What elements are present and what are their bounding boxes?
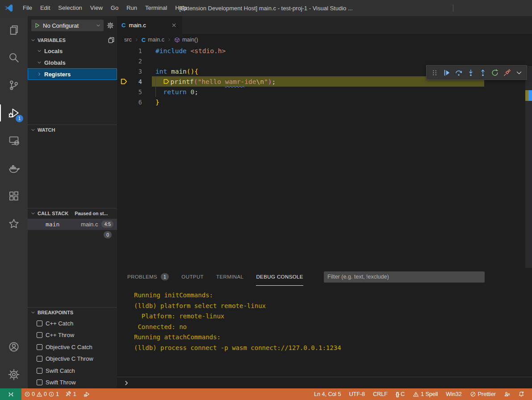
- console-filter-input[interactable]: [324, 271, 485, 283]
- debug-console-output[interactable]: Running initCommands:(lldb) platform sel…: [117, 286, 532, 377]
- call-stack-section-header[interactable]: CALL STACK Paused on st...: [28, 208, 117, 218]
- checkbox[interactable]: [37, 356, 42, 362]
- panel-tab-output[interactable]: OUTPUT: [181, 268, 204, 286]
- status-language-mode[interactable]: {}C: [396, 391, 405, 397]
- breadcrumb-main-c[interactable]: Cmain.c: [142, 37, 164, 43]
- layout-panel-button[interactable]: [421, 0, 436, 16]
- debug-disconnect-button[interactable]: [501, 67, 513, 79]
- activity-run-and-debug[interactable]: 1: [0, 99, 28, 127]
- breakpoints-header-label: BREAKPOINTS: [38, 310, 73, 315]
- variables-item-registers[interactable]: Registers: [28, 68, 117, 80]
- status-prettier[interactable]: Prettier: [470, 391, 496, 397]
- checkbox[interactable]: [37, 379, 42, 385]
- checkbox[interactable]: [37, 344, 42, 350]
- panel-tab-label: TERMINAL: [216, 274, 243, 279]
- checkbox[interactable]: [37, 332, 42, 338]
- breadcrumb-src[interactable]: src: [124, 37, 132, 43]
- status-eol[interactable]: CRLF: [373, 391, 388, 397]
- code-line-2[interactable]: 2: [117, 56, 532, 66]
- status-notifications[interactable]: [518, 391, 524, 397]
- activity-source-control[interactable]: [0, 71, 28, 99]
- layout-sidebar-left-button[interactable]: [406, 0, 421, 16]
- breakpoint-swift-throw[interactable]: Swift Throw: [28, 377, 117, 388]
- code-line-6[interactable]: 6}: [117, 97, 532, 107]
- debug-status[interactable]: [84, 391, 90, 397]
- panel-tab-terminal[interactable]: TERMINAL: [216, 268, 243, 286]
- debug-console-input[interactable]: [117, 377, 532, 388]
- chevron-down-button[interactable]: [513, 67, 525, 79]
- debug-config-gear-icon[interactable]: [105, 21, 115, 30]
- panel-header: PROBLEMS1OUTPUTTERMINALDEBUG CONSOLE: [117, 268, 532, 286]
- activity-extensions[interactable]: [0, 182, 28, 210]
- panel-tab-problems[interactable]: PROBLEMS1: [127, 268, 169, 286]
- code-editor[interactable]: 1#include <stdio.h>23int main(){4 printf…: [117, 46, 532, 268]
- breakpoint-objective-c-throw[interactable]: Objective C Throw: [28, 353, 117, 365]
- menu-run[interactable]: Run: [122, 2, 141, 14]
- maximize-button[interactable]: [491, 0, 511, 16]
- breadcrumb-main-[interactable]: main(): [174, 37, 198, 43]
- breakpoints-section-header[interactable]: BREAKPOINTS: [28, 307, 117, 317]
- debug-step-over-button[interactable]: [452, 67, 465, 79]
- activity-remote-explorer[interactable]: [0, 127, 28, 154]
- variables-section-header[interactable]: VARIABLES: [28, 35, 117, 45]
- split-editor-button[interactable]: [505, 20, 516, 30]
- status-target-platform[interactable]: Win32: [446, 391, 461, 397]
- activity-docker[interactable]: [0, 154, 28, 182]
- status-feedback[interactable]: [504, 391, 510, 397]
- chevron-up-button[interactable]: [502, 271, 513, 282]
- close-button[interactable]: [511, 0, 532, 16]
- watch-section-header[interactable]: WATCH: [28, 125, 117, 135]
- status-cursor-position[interactable]: Ln 4, Col 5: [314, 391, 341, 397]
- menu-file[interactable]: File: [19, 2, 36, 14]
- menu-selection[interactable]: Selection: [54, 2, 86, 14]
- activity-settings[interactable]: [0, 361, 28, 388]
- menu-view[interactable]: View: [86, 2, 107, 14]
- slash-circle-icon: [470, 391, 476, 397]
- chevron-down-button[interactable]: [487, 20, 493, 30]
- problems-status[interactable]: 0 0 1: [24, 391, 59, 397]
- tab-close-icon[interactable]: [170, 21, 178, 29]
- call-stack-frame-row[interactable]: main main.c 4:5: [28, 219, 117, 230]
- layout-sidebar-right-button[interactable]: [436, 0, 451, 16]
- ellipsis-button[interactable]: [517, 20, 528, 30]
- overview-ruler[interactable]: [525, 66, 532, 268]
- menu-edit[interactable]: Edit: [36, 2, 54, 14]
- layout-customize-button[interactable]: [455, 0, 470, 16]
- status-encoding[interactable]: UTF-8: [349, 391, 365, 397]
- minimize-button[interactable]: [470, 0, 491, 16]
- copy-icon[interactable]: [107, 36, 115, 44]
- debug-restart-button[interactable]: [489, 67, 501, 79]
- remote-indicator[interactable]: [0, 388, 21, 400]
- variables-item-globals[interactable]: Globals: [28, 57, 117, 68]
- menu-terminal[interactable]: Terminal: [141, 2, 171, 14]
- code-line-5[interactable]: 5 return 0;: [117, 87, 532, 97]
- menu-help[interactable]: Help: [171, 2, 191, 14]
- menu-go[interactable]: Go: [107, 2, 122, 14]
- checkbox[interactable]: [37, 321, 42, 326]
- variables-item-locals[interactable]: Locals: [28, 45, 117, 57]
- breakpoint-objective-c-catch[interactable]: Objective C Catch: [28, 341, 117, 353]
- settings-gear-button[interactable]: [494, 20, 504, 30]
- debug-continue-button[interactable]: [440, 67, 452, 79]
- status-spell-checker[interactable]: 1 Spell: [413, 391, 438, 397]
- activity-explorer[interactable]: [0, 16, 28, 44]
- close-button[interactable]: [516, 271, 528, 282]
- activity-wamr-ide[interactable]: [0, 210, 28, 238]
- grip-button[interactable]: [428, 67, 440, 79]
- debug-step-into-button[interactable]: [465, 67, 477, 79]
- activity-accounts[interactable]: [0, 333, 28, 361]
- breakpoint-c-catch[interactable]: C++ Catch: [28, 317, 117, 329]
- debug-step-out-button[interactable]: [477, 67, 489, 79]
- panel-tab-debug-console[interactable]: DEBUG CONSOLE: [256, 268, 303, 286]
- clear-console-button[interactable]: [487, 271, 499, 282]
- gutter[interactable]: [117, 78, 130, 85]
- breadcrumb[interactable]: srcCmain.cmain(): [117, 34, 532, 46]
- breakpoint-swift-catch[interactable]: Swift Catch: [28, 365, 117, 377]
- tab-main-c[interactable]: C main.c: [117, 16, 182, 34]
- breakpoint-c-throw[interactable]: C++ Throw: [28, 329, 117, 342]
- code-line-1[interactable]: 1#include <stdio.h>: [117, 46, 532, 56]
- checkbox[interactable]: [37, 368, 42, 374]
- activity-search[interactable]: [0, 44, 28, 71]
- debug-config-dropdown[interactable]: No Configurat: [31, 20, 104, 31]
- tools-status[interactable]: 1: [65, 391, 76, 397]
